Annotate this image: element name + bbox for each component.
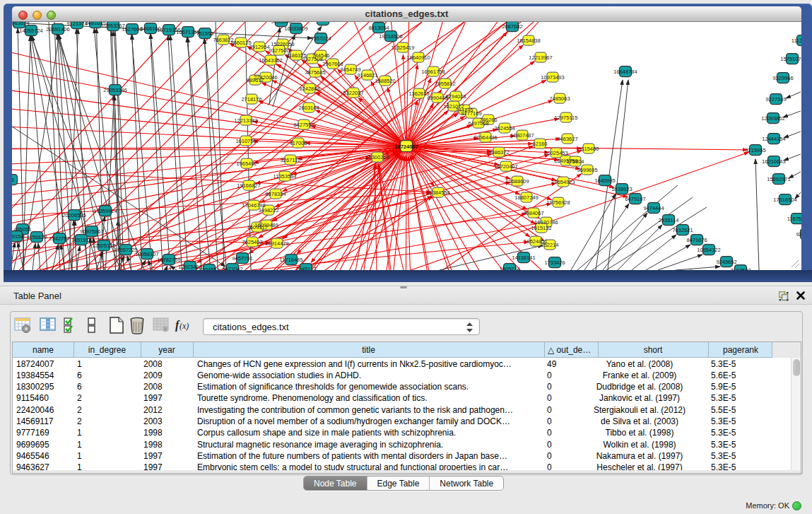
svg-text:3267110: 3267110	[281, 157, 301, 163]
svg-text:19654923: 19654923	[551, 179, 575, 185]
svg-text:20691406: 20691406	[46, 26, 69, 33]
svg-text:39154: 39154	[12, 233, 23, 240]
svg-text:14136141: 14136141	[512, 255, 535, 261]
svg-text:16154838: 16154838	[517, 37, 540, 44]
svg-text:417006: 417006	[289, 140, 307, 146]
svg-text:9115460: 9115460	[579, 146, 599, 152]
svg-text:744546: 744546	[312, 52, 329, 59]
svg-text:8878334: 8878334	[265, 191, 286, 197]
svg-text:12093852: 12093852	[761, 115, 784, 122]
svg-text:1588520: 1588520	[375, 78, 395, 84]
svg-text:7625402: 7625402	[242, 239, 262, 245]
svg-text:1615132: 1615132	[531, 225, 551, 231]
svg-text:11325419: 11325419	[392, 45, 415, 51]
svg-text:2342757: 2342757	[49, 235, 69, 242]
svg-text:10025453: 10025453	[544, 150, 567, 156]
svg-text:19756928: 19756928	[546, 199, 570, 206]
svg-text:9777169: 9777169	[461, 110, 481, 117]
svg-text:7955812: 7955812	[435, 81, 455, 87]
svg-text:1063524: 1063524	[12, 22, 30, 26]
svg-text:7485063: 7485063	[549, 95, 570, 102]
svg-text:12213967: 12213967	[529, 54, 552, 61]
svg-text:3498222: 3498222	[258, 207, 278, 214]
svg-text:9245652: 9245652	[716, 259, 736, 265]
svg-text:9245081: 9245081	[796, 231, 801, 238]
svg-text:9227349: 9227349	[765, 96, 786, 103]
svg-text:3624554: 3624554	[494, 125, 514, 132]
svg-text:7632621: 7632621	[672, 227, 693, 233]
svg-text:2803144: 2803144	[298, 105, 319, 111]
svg-text:9242848: 9242848	[299, 86, 319, 92]
svg-text:16033809: 16033809	[284, 25, 307, 32]
svg-text:9699695: 9699695	[577, 167, 597, 173]
svg-text:10958107: 10958107	[135, 251, 158, 257]
svg-text:10973493: 10973493	[541, 74, 564, 81]
svg-text:18640910: 18640910	[406, 54, 430, 61]
svg-text:1156829: 1156829	[27, 234, 47, 240]
svg-text:12975115: 12975115	[555, 115, 578, 121]
svg-text:11353594: 11353594	[273, 173, 297, 180]
svg-text:17359924: 17359924	[93, 208, 117, 214]
svg-text:3875685: 3875685	[305, 69, 325, 76]
svg-text:6479197: 6479197	[625, 196, 645, 202]
svg-text:1362615: 1362615	[408, 90, 429, 97]
svg-text:15751074: 15751074	[780, 56, 801, 62]
svg-text:8990448: 8990448	[427, 95, 447, 101]
svg-text:15226058: 15226058	[271, 41, 294, 47]
svg-text:2087682: 2087682	[502, 23, 522, 30]
svg-text:11716485: 11716485	[280, 257, 303, 263]
svg-text:16099489: 16099489	[254, 222, 278, 228]
svg-text:2045113: 2045113	[296, 266, 317, 271]
svg-text:3215955: 3215955	[745, 147, 765, 153]
svg-text:746266: 746266	[479, 117, 497, 123]
svg-text:7104522: 7104522	[730, 267, 751, 271]
svg-text:10688609: 10688609	[505, 178, 529, 185]
svg-text:8471676: 8471676	[686, 237, 707, 243]
svg-text:95: 95	[12, 177, 14, 183]
svg-text:19384554: 19384554	[426, 189, 449, 196]
svg-text:14055724: 14055724	[19, 28, 42, 34]
svg-text:751552: 751552	[196, 30, 213, 37]
svg-text:9084067: 9084067	[523, 210, 543, 216]
svg-text:175804: 175804	[566, 158, 584, 165]
svg-text:1733426: 1733426	[544, 259, 565, 266]
svg-text:10807487: 10807487	[510, 132, 534, 139]
svg-text:8660125: 8660125	[230, 40, 251, 46]
svg-text:29053346: 29053346	[103, 87, 126, 93]
svg-text:19218506: 19218506	[379, 33, 402, 40]
svg-text:25300203: 25300203	[365, 154, 389, 160]
svg-text:20206535: 20206535	[62, 212, 86, 218]
svg-text:2718176: 2718176	[241, 96, 261, 103]
svg-text:18724007: 18724007	[394, 144, 418, 150]
svg-text:1257304: 1257304	[312, 22, 333, 23]
svg-text:989617: 989617	[246, 77, 264, 83]
svg-text:11123804: 11123804	[792, 37, 801, 44]
svg-text:8813054: 8813054	[368, 25, 389, 31]
svg-text:16648784: 16648784	[613, 69, 637, 75]
svg-text:17957225: 17957225	[114, 247, 137, 253]
svg-text:8427552: 8427552	[293, 122, 314, 128]
svg-text:90975867: 90975867	[80, 228, 103, 235]
svg-text:7986372: 7986372	[488, 149, 509, 156]
svg-text:1965492: 1965492	[236, 160, 257, 167]
svg-text:15720407: 15720407	[494, 163, 517, 170]
svg-text:8204551: 8204551	[199, 267, 219, 271]
svg-text:20364436: 20364436	[473, 134, 497, 141]
svg-text:62160: 62160	[533, 141, 548, 147]
svg-text:12444154: 12444154	[762, 136, 785, 142]
svg-text:1905234: 1905234	[499, 266, 519, 271]
svg-text:9474444: 9474444	[643, 205, 664, 211]
svg-text:7357224: 7357224	[310, 35, 331, 42]
svg-text:16210643: 16210643	[762, 158, 785, 165]
svg-text:6794028: 6794028	[445, 93, 466, 100]
svg-text:1527602: 1527602	[122, 26, 142, 33]
svg-text:252214: 252214	[541, 242, 558, 248]
svg-text:16961758: 16961758	[421, 69, 445, 75]
svg-text:15692971: 15692971	[767, 176, 790, 182]
svg-text:12213383: 12213383	[234, 117, 257, 124]
svg-text:16914479: 16914479	[265, 240, 288, 247]
svg-text:5938923: 5938923	[611, 186, 632, 192]
svg-text:16543362: 16543362	[259, 57, 282, 64]
svg-text:1640995: 1640995	[594, 177, 615, 184]
svg-text:8912954: 8912954	[249, 44, 269, 50]
